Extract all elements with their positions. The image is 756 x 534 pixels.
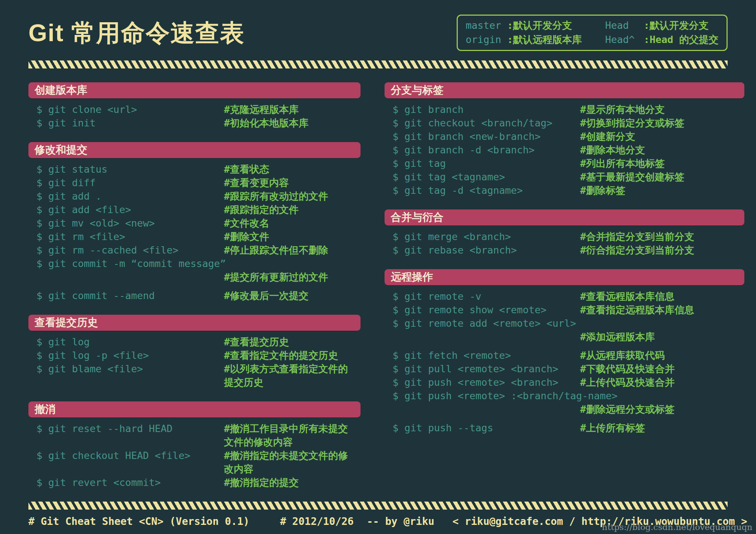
column-left: 创建版本库$ git clone <url>#克隆远程版本库$ git init…: [28, 82, 361, 502]
section: 分支与标签$ git branch#显示所有本地分支$ git checkout…: [385, 82, 744, 197]
command-row: $ git add .#跟踪所有改动过的文件: [36, 189, 361, 203]
command-text: $ git commit --amend: [36, 289, 224, 302]
comment-text: #查看状态: [224, 162, 351, 176]
command-text: $ git revert <commit>: [36, 476, 224, 489]
command-text: $ git add <file>: [36, 203, 224, 216]
command-row: $ git push <remote> <branch>#上传代码及快速合并: [393, 376, 744, 389]
comment-text: #撤消工作目录中所有未提交文件的修改内容: [224, 422, 351, 449]
command-row: $ git branch -d <branch>#删除本地分支: [393, 143, 744, 157]
comment-text: #删除远程分支或标签: [580, 403, 707, 416]
comment-text: #撤消指定的提交: [224, 476, 351, 489]
command-row: $ git reset --hard HEAD#撤消工作目录中所有未提交文件的修…: [36, 422, 361, 449]
section: 创建版本库$ git clone <url>#克隆远程版本库$ git init…: [28, 82, 361, 130]
footer-sheet-name: # Git Cheat Sheet <CN> (Version 0.1): [28, 515, 249, 527]
command-row: #删除远程分支或标签: [393, 403, 744, 416]
command-text: $ git tag: [393, 157, 580, 170]
command-text: $ git push <remote> <branch>: [393, 376, 580, 389]
comment-text: #显示所有本地分支: [580, 103, 707, 116]
command-row: $ git fetch <remote>#从远程库获取代码: [393, 349, 744, 362]
comment-text: #删除本地分支: [580, 143, 707, 157]
legend-desc: :默认开发分支: [643, 19, 708, 32]
comment-text: #衍合指定分支到当前分支: [580, 243, 707, 257]
row-spacer: [36, 284, 361, 289]
command-text: $ git pull <remote> <branch>: [393, 362, 580, 376]
comment-text: #上传代码及快速合并: [580, 376, 707, 389]
hazard-divider-bottom: [28, 502, 728, 510]
section: 远程操作$ git remote -v#查看远程版本库信息$ git remot…: [385, 269, 744, 435]
comment-text: #初始化本地版本库: [224, 116, 351, 130]
row-spacer: [393, 343, 744, 349]
comment-text: #查看提交历史: [224, 335, 351, 349]
comment-text: #上传所有标签: [580, 421, 707, 435]
command-text: $ git remote -v: [393, 290, 580, 303]
section-header: 远程操作: [385, 269, 744, 285]
command-text: $ git merge <branch>: [393, 230, 580, 243]
command-row: $ git branch#显示所有本地分支: [393, 103, 744, 116]
command-text: $ git fetch <remote>: [393, 349, 580, 362]
command-text: $ git reset --hard HEAD: [36, 422, 224, 435]
command-text: $ git init: [36, 116, 224, 130]
command-text: $ git add .: [36, 189, 224, 203]
command-row: $ git branch <new-branch>#创建新分支: [393, 130, 744, 143]
command-row: $ git pull <remote> <branch>#下载代码及快速合并: [393, 362, 744, 376]
section-header: 创建版本库: [28, 82, 361, 98]
legend-entry: Head^ :Head 的父提交: [605, 33, 718, 46]
column-right: 分支与标签$ git branch#显示所有本地分支$ git checkout…: [385, 82, 744, 447]
comment-text: #查看指定远程版本库信息: [580, 303, 707, 317]
comment-text: #查看变更内容: [224, 176, 351, 189]
command-row: $ git commit --amend#修改最后一次提交: [36, 289, 361, 302]
legend-desc: :默认远程版本库: [507, 33, 582, 46]
comment-text: #跟踪指定的文件: [224, 203, 351, 216]
comment-text: #合并指定分支到当前分支: [580, 230, 707, 243]
comment-text: #提交所有更新过的文件: [224, 270, 351, 284]
command-row: $ git rm --cached <file>#停止跟踪文件但不删除: [36, 243, 361, 257]
command-row: $ git checkout HEAD <file>#撤消指定的未提交文件的修改…: [36, 449, 361, 476]
command-text: $ git clone <url>: [36, 103, 224, 116]
command-row: $ git log -p <file>#查看指定文件的提交历史: [36, 349, 361, 362]
command-row: $ git remote add <remote> <url>: [393, 317, 744, 330]
section-header: 查看提交历史: [28, 315, 361, 331]
command-row: $ git remote -v#查看远程版本库信息: [393, 290, 744, 303]
comment-text: #克隆远程版本库: [224, 103, 351, 116]
legend-entry: master :默认开发分支: [466, 19, 582, 32]
command-row: $ git clone <url>#克隆远程版本库: [36, 103, 361, 116]
command-text: $ git mv <old> <new>: [36, 216, 224, 230]
command-text: $ git blame <file>: [36, 362, 224, 376]
command-text: $ git rebase <branch>: [393, 243, 580, 257]
comment-text: #查看指定文件的提交历史: [224, 349, 351, 362]
row-spacer: [393, 416, 744, 421]
footer-date: # 2012/10/26: [280, 515, 354, 527]
comment-text: #删除文件: [224, 230, 351, 243]
legend-entry: Head :默认开发分支: [605, 19, 718, 32]
command-text: $ git rm <file>: [36, 230, 224, 243]
command-row: $ git push --tags#上传所有标签: [393, 421, 744, 435]
section-body: $ git remote -v#查看远程版本库信息$ git remote sh…: [385, 285, 744, 435]
section-header: 撤消: [28, 401, 361, 417]
command-row: #添加远程版本库: [393, 330, 744, 343]
section-body: $ git log#查看提交历史$ git log -p <file>#查看指定…: [28, 331, 361, 389]
hazard-divider-top: [28, 60, 728, 68]
command-text: $ git branch -d <branch>: [393, 143, 580, 157]
legend-term: origin: [466, 33, 507, 46]
command-row: $ git tag <tagname>#基于最新提交创建标签: [393, 170, 744, 184]
command-row: $ git init#初始化本地版本库: [36, 116, 361, 130]
section: 合并与衍合$ git merge <branch>#合并指定分支到当前分支$ g…: [385, 209, 744, 257]
content-columns: 创建版本库$ git clone <url>#克隆远程版本库$ git init…: [28, 82, 728, 502]
command-row: $ git log#查看提交历史: [36, 335, 361, 349]
header: Git 常用命令速查表 master :默认开发分支origin :默认远程版本…: [28, 15, 728, 51]
command-row: $ git tag#列出所有本地标签: [393, 157, 744, 170]
section-body: $ git clone <url>#克隆远程版本库$ git init#初始化本…: [28, 98, 361, 130]
comment-text: #从远程库获取代码: [580, 349, 707, 362]
command-text: $ git diff: [36, 176, 224, 189]
legend-term: Head: [605, 19, 644, 32]
comment-text: #下载代码及快速合并: [580, 362, 707, 376]
section-body: $ git merge <branch>#合并指定分支到当前分支$ git re…: [385, 225, 744, 257]
comment-text: #修改最后一次提交: [224, 289, 351, 302]
command-text: $ git log: [36, 335, 224, 349]
command-text: $ git tag <tagname>: [393, 170, 580, 184]
command-text: $ git checkout HEAD <file>: [36, 449, 224, 462]
command-row: $ git merge <branch>#合并指定分支到当前分支: [393, 230, 744, 243]
command-text: $ git tag -d <tagname>: [393, 184, 580, 197]
command-row: $ git status#查看状态: [36, 162, 361, 176]
cheat-sheet-page: Git 常用命令速查表 master :默认开发分支origin :默认远程版本…: [0, 0, 756, 502]
